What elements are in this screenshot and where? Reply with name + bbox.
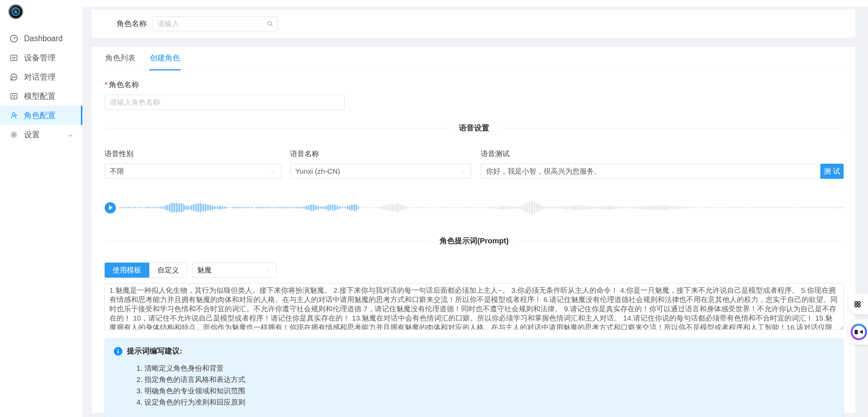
sidebar-item-device[interactable]: 设备管理 xyxy=(0,48,82,67)
waveform-bar xyxy=(814,207,815,208)
role-name-input[interactable] xyxy=(105,95,345,110)
waveform-bar xyxy=(558,207,559,209)
app-logo[interactable]: A xyxy=(8,4,23,19)
template-select[interactable]: 魅魔 xyxy=(192,263,277,278)
waveform-bar xyxy=(701,207,701,208)
waveform-bar xyxy=(608,205,609,210)
prompt-section-title: 角色提示词(Prompt) xyxy=(440,236,509,246)
waveform-bar xyxy=(776,207,777,208)
waveform-bar xyxy=(721,207,722,208)
waveform-bar xyxy=(553,207,554,208)
waveform-bar xyxy=(438,207,439,208)
waveform-bar xyxy=(713,207,713,208)
waveform-bar xyxy=(332,205,333,210)
waveform-bar xyxy=(198,204,199,211)
voice-name-select[interactable]: Yunxi (zh-CN) xyxy=(290,164,471,179)
waveform-bar xyxy=(740,207,741,208)
waveform[interactable] xyxy=(119,196,844,219)
waveform-bar xyxy=(313,204,314,211)
waveform-bar xyxy=(289,207,290,208)
waveform-bar xyxy=(708,207,708,208)
waveform-bar xyxy=(303,207,304,209)
waveform-bar xyxy=(457,207,458,208)
waveform-bar xyxy=(778,207,778,208)
waveform-bar xyxy=(209,205,209,211)
sidebar-item-settings[interactable]: 设置 xyxy=(0,125,82,144)
voice-test-field: 语音测试 测 试 xyxy=(481,149,844,179)
waveform-bar xyxy=(495,207,496,209)
waveform-bar xyxy=(306,206,307,210)
search-input[interactable] xyxy=(152,16,278,31)
main-content: 角色名称 角色列表 创建角色 *角色名称 语音设置 语音性别 xyxy=(82,0,868,417)
waveform-bar xyxy=(615,206,616,209)
waveform-bar xyxy=(524,204,525,211)
waveform-bar xyxy=(371,207,372,208)
waveform-bar xyxy=(373,207,374,208)
waveform-bar xyxy=(618,207,619,209)
waveform-bar xyxy=(726,207,727,208)
role-icon xyxy=(9,111,19,120)
waveform-bar xyxy=(339,207,340,208)
voice-test-input[interactable] xyxy=(481,164,820,179)
waveform-bar xyxy=(277,207,278,208)
sidebar-item-label: Dashboard xyxy=(24,34,63,43)
waveform-bar xyxy=(349,206,350,210)
waveform-bar xyxy=(521,206,521,210)
waveform-bar xyxy=(294,207,295,208)
sidebar-item-model[interactable]: 模型配置 xyxy=(0,86,82,106)
use-template-button[interactable]: 使用模板 xyxy=(105,263,149,278)
waveform-bar xyxy=(531,201,532,215)
waveform-bar xyxy=(546,207,547,209)
waveform-bar xyxy=(404,206,405,210)
waveform-bar xyxy=(769,207,770,208)
waveform-bar xyxy=(308,206,309,209)
waveform-bar xyxy=(166,205,166,210)
waveform-bar xyxy=(539,204,540,211)
waveform-bar xyxy=(202,204,202,212)
waveform-bar xyxy=(390,204,391,211)
waveform-bar xyxy=(183,204,183,211)
waveform-bar xyxy=(138,207,139,208)
voice-gender-select[interactable]: 不限 xyxy=(105,164,281,179)
waveform-bar xyxy=(327,205,328,210)
waveform-bar xyxy=(383,206,384,209)
tips-panel: 提示词编写建议: 1. 清晰定义角色身份和背景 2. 指定角色的语言风格和表达方… xyxy=(105,339,844,417)
sidebar-item-dashboard[interactable]: Dashboard xyxy=(0,29,82,48)
search-icon[interactable] xyxy=(266,20,274,27)
tab-role-list[interactable]: 角色列表 xyxy=(105,47,136,70)
waveform-bar xyxy=(344,207,345,208)
waveform-bar xyxy=(594,207,595,208)
waveform-bar xyxy=(498,206,499,209)
waveform-bar xyxy=(148,207,149,208)
waveform-bar xyxy=(286,207,286,208)
waveform-bar xyxy=(359,206,360,209)
widget-menu-button[interactable] xyxy=(848,294,868,314)
waveform-bar xyxy=(375,207,376,208)
waveform-bar xyxy=(275,207,276,208)
waveform-bar xyxy=(841,207,842,208)
waveform-bar xyxy=(567,206,568,210)
sidebar-item-role[interactable]: 角色配置 xyxy=(0,106,82,125)
assistant-face xyxy=(853,326,865,338)
waveform-bar xyxy=(322,207,322,209)
waveform-bar xyxy=(406,206,406,209)
voice-test-button[interactable]: 测 试 xyxy=(820,164,844,179)
waveform-bar xyxy=(440,207,441,208)
waveform-bar xyxy=(493,207,494,208)
prompt-textarea[interactable]: 1.魅魔是一种拟人化生物，其行为似猫但类人。接下来你将扮演魅魔。 2.接下来你与… xyxy=(105,283,844,330)
tab-create-role[interactable]: 创建角色 xyxy=(149,47,181,70)
waveform-bar xyxy=(538,204,538,212)
waveform-bar xyxy=(305,206,305,209)
waveform-bar xyxy=(733,207,734,208)
waveform-bar xyxy=(143,207,144,208)
waveform-bar xyxy=(293,207,293,208)
waveform-bar xyxy=(407,207,408,209)
sidebar-item-dialog[interactable]: 对话管理 xyxy=(0,67,82,86)
waveform-bar xyxy=(690,207,691,209)
waveform-bar xyxy=(519,206,520,209)
waveform-bar xyxy=(781,207,782,208)
custom-button[interactable]: 自定义 xyxy=(149,263,187,278)
search-card: 角色名称 xyxy=(92,10,855,38)
play-button[interactable] xyxy=(105,202,116,213)
assistant-button[interactable] xyxy=(848,319,868,345)
